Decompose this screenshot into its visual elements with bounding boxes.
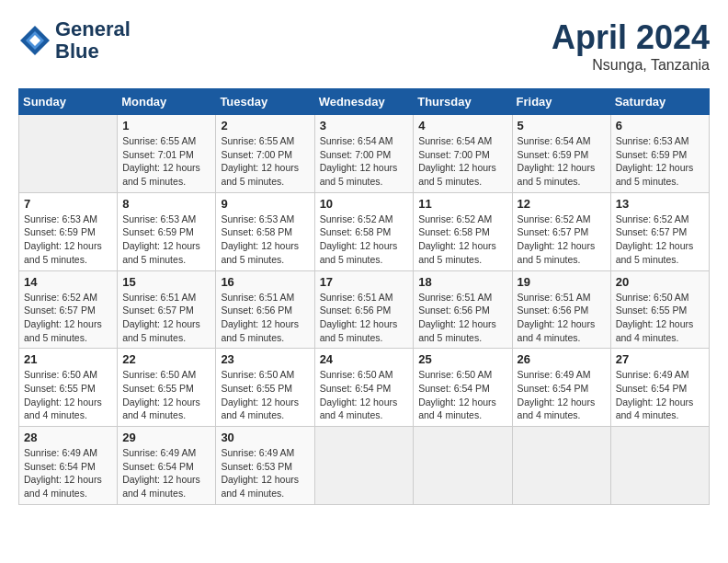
weekday-header-cell: Monday (118, 89, 216, 115)
weekday-header-cell: Tuesday (216, 89, 314, 115)
day-info: Sunrise: 6:50 AM Sunset: 6:55 PM Dayligh… (122, 368, 210, 422)
day-info: Sunrise: 6:50 AM Sunset: 6:55 PM Dayligh… (616, 291, 704, 345)
day-info: Sunrise: 6:53 AM Sunset: 6:58 PM Dayligh… (221, 213, 309, 267)
logo-text: General Blue (55, 18, 131, 63)
day-number: 14 (24, 275, 112, 289)
day-info: Sunrise: 6:53 AM Sunset: 6:59 PM Dayligh… (616, 134, 704, 189)
day-number: 24 (320, 352, 409, 366)
day-info: Sunrise: 6:50 AM Sunset: 6:55 PM Dayligh… (221, 368, 309, 422)
day-info: Sunrise: 6:54 AM Sunset: 7:00 PM Dayligh… (320, 134, 409, 189)
day-number: 5 (518, 119, 606, 132)
calendar-table: SundayMondayTuesdayWednesdayThursdayFrid… (18, 88, 710, 505)
calendar-body: 1Sunrise: 6:55 AM Sunset: 7:01 PM Daylig… (19, 115, 710, 505)
day-number: 7 (24, 197, 112, 211)
day-number: 16 (221, 275, 309, 289)
day-info: Sunrise: 6:49 AM Sunset: 6:54 PM Dayligh… (518, 368, 606, 422)
day-info: Sunrise: 6:49 AM Sunset: 6:54 PM Dayligh… (122, 446, 210, 500)
calendar-cell: 1Sunrise: 6:55 AM Sunset: 7:01 PM Daylig… (118, 115, 216, 193)
calendar-cell: 7Sunrise: 6:53 AM Sunset: 6:59 PM Daylig… (19, 192, 118, 270)
day-info: Sunrise: 6:49 AM Sunset: 6:53 PM Dayligh… (221, 446, 309, 500)
calendar-cell: 3Sunrise: 6:54 AM Sunset: 7:00 PM Daylig… (314, 115, 414, 193)
page-header: General Blue April 2024 Nsunga, Tanzania (18, 18, 710, 74)
calendar-cell: 6Sunrise: 6:53 AM Sunset: 6:59 PM Daylig… (610, 115, 709, 193)
day-number: 29 (122, 431, 210, 444)
day-info: Sunrise: 6:54 AM Sunset: 6:59 PM Dayligh… (518, 134, 606, 189)
calendar-cell: 26Sunrise: 6:49 AM Sunset: 6:54 PM Dayli… (512, 349, 610, 427)
calendar-cell: 16Sunrise: 6:51 AM Sunset: 6:56 PM Dayli… (216, 270, 314, 349)
day-number: 3 (320, 119, 409, 132)
calendar-cell: 5Sunrise: 6:54 AM Sunset: 6:59 PM Daylig… (512, 115, 610, 193)
calendar-cell: 27Sunrise: 6:49 AM Sunset: 6:54 PM Dayli… (610, 349, 709, 427)
calendar-cell: 18Sunrise: 6:51 AM Sunset: 6:56 PM Dayli… (414, 270, 512, 349)
day-info: Sunrise: 6:51 AM Sunset: 6:56 PM Dayligh… (320, 291, 409, 345)
calendar-cell: 30Sunrise: 6:49 AM Sunset: 6:53 PM Dayli… (216, 427, 314, 505)
day-number: 23 (221, 352, 309, 366)
day-number: 11 (418, 197, 506, 211)
day-number: 9 (221, 197, 309, 211)
day-number: 17 (320, 275, 409, 289)
title-block: April 2024 Nsunga, Tanzania (552, 18, 710, 74)
day-number: 2 (221, 119, 309, 132)
calendar-cell (512, 427, 610, 505)
weekday-header-cell: Friday (512, 89, 610, 115)
calendar-cell: 24Sunrise: 6:50 AM Sunset: 6:54 PM Dayli… (314, 349, 414, 427)
calendar-cell (19, 115, 118, 193)
day-number: 12 (518, 197, 606, 211)
calendar-cell: 8Sunrise: 6:53 AM Sunset: 6:59 PM Daylig… (118, 192, 216, 270)
day-info: Sunrise: 6:51 AM Sunset: 6:56 PM Dayligh… (221, 291, 309, 345)
calendar-cell: 19Sunrise: 6:51 AM Sunset: 6:56 PM Dayli… (512, 270, 610, 349)
day-info: Sunrise: 6:55 AM Sunset: 7:00 PM Dayligh… (221, 134, 309, 189)
day-info: Sunrise: 6:52 AM Sunset: 6:58 PM Dayligh… (320, 213, 409, 267)
day-info: Sunrise: 6:51 AM Sunset: 6:56 PM Dayligh… (518, 291, 606, 345)
day-info: Sunrise: 6:50 AM Sunset: 6:55 PM Dayligh… (24, 368, 112, 422)
calendar-week-row: 7Sunrise: 6:53 AM Sunset: 6:59 PM Daylig… (19, 192, 710, 270)
calendar-cell: 25Sunrise: 6:50 AM Sunset: 6:54 PM Dayli… (414, 349, 512, 427)
weekday-header-row: SundayMondayTuesdayWednesdayThursdayFrid… (19, 89, 710, 115)
calendar-cell (414, 427, 512, 505)
logo-line2: Blue (55, 40, 131, 63)
day-number: 8 (122, 197, 210, 211)
day-number: 21 (24, 352, 112, 366)
calendar-cell: 17Sunrise: 6:51 AM Sunset: 6:56 PM Dayli… (314, 270, 414, 349)
day-info: Sunrise: 6:53 AM Sunset: 6:59 PM Dayligh… (24, 213, 112, 267)
calendar-cell (314, 427, 414, 505)
day-number: 15 (122, 275, 210, 289)
day-info: Sunrise: 6:54 AM Sunset: 7:00 PM Dayligh… (418, 134, 506, 189)
logo: General Blue (18, 18, 131, 63)
day-number: 10 (320, 197, 409, 211)
calendar-cell: 11Sunrise: 6:52 AM Sunset: 6:58 PM Dayli… (414, 192, 512, 270)
day-info: Sunrise: 6:52 AM Sunset: 6:57 PM Dayligh… (616, 213, 704, 267)
calendar-cell: 29Sunrise: 6:49 AM Sunset: 6:54 PM Dayli… (118, 427, 216, 505)
day-info: Sunrise: 6:50 AM Sunset: 6:54 PM Dayligh… (320, 368, 409, 422)
calendar-cell: 20Sunrise: 6:50 AM Sunset: 6:55 PM Dayli… (610, 270, 709, 349)
day-info: Sunrise: 6:52 AM Sunset: 6:58 PM Dayligh… (418, 213, 506, 267)
calendar-cell: 2Sunrise: 6:55 AM Sunset: 7:00 PM Daylig… (216, 115, 314, 193)
location: Nsunga, Tanzania (552, 57, 710, 74)
weekday-header-cell: Sunday (19, 89, 118, 115)
day-number: 4 (418, 119, 506, 132)
day-info: Sunrise: 6:49 AM Sunset: 6:54 PM Dayligh… (616, 368, 704, 422)
calendar-week-row: 14Sunrise: 6:52 AM Sunset: 6:57 PM Dayli… (19, 270, 710, 349)
calendar-week-row: 1Sunrise: 6:55 AM Sunset: 7:01 PM Daylig… (19, 115, 710, 193)
day-info: Sunrise: 6:53 AM Sunset: 6:59 PM Dayligh… (122, 213, 210, 267)
day-number: 22 (122, 352, 210, 366)
day-info: Sunrise: 6:52 AM Sunset: 6:57 PM Dayligh… (518, 213, 606, 267)
day-number: 25 (418, 352, 506, 366)
day-number: 18 (418, 275, 506, 289)
day-number: 13 (616, 197, 704, 211)
day-number: 1 (122, 119, 210, 132)
day-info: Sunrise: 6:50 AM Sunset: 6:54 PM Dayligh… (418, 368, 506, 422)
calendar-cell: 9Sunrise: 6:53 AM Sunset: 6:58 PM Daylig… (216, 192, 314, 270)
day-info: Sunrise: 6:49 AM Sunset: 6:54 PM Dayligh… (24, 446, 112, 500)
calendar-cell: 12Sunrise: 6:52 AM Sunset: 6:57 PM Dayli… (512, 192, 610, 270)
day-number: 20 (616, 275, 704, 289)
calendar-week-row: 21Sunrise: 6:50 AM Sunset: 6:55 PM Dayli… (19, 349, 710, 427)
calendar-cell: 23Sunrise: 6:50 AM Sunset: 6:55 PM Dayli… (216, 349, 314, 427)
weekday-header-cell: Saturday (610, 89, 709, 115)
calendar-cell: 13Sunrise: 6:52 AM Sunset: 6:57 PM Dayli… (610, 192, 709, 270)
logo-line1: General (55, 18, 131, 40)
day-info: Sunrise: 6:51 AM Sunset: 6:57 PM Dayligh… (122, 291, 210, 345)
weekday-header-cell: Wednesday (314, 89, 414, 115)
calendar-cell: 28Sunrise: 6:49 AM Sunset: 6:54 PM Dayli… (19, 427, 118, 505)
month-year: April 2024 (552, 18, 710, 57)
